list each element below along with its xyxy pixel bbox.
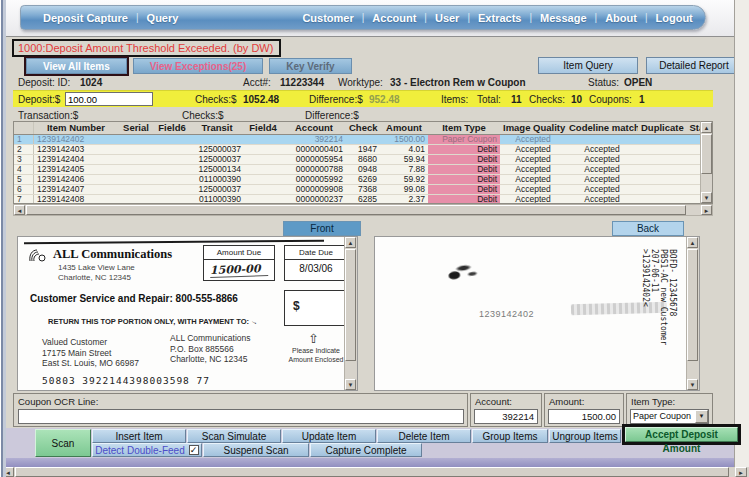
payer-line1: Valued Customer xyxy=(42,337,139,348)
table-row[interactable]: 71239142408011000390000000023762852.37De… xyxy=(14,195,700,204)
front-scroll-down-icon[interactable] xyxy=(345,379,356,390)
suspend-scan-button[interactable]: Suspend Scan xyxy=(203,443,309,457)
table-cell: 99.08 xyxy=(380,185,428,194)
window-scroll-right-icon[interactable] xyxy=(735,467,747,477)
front-scroll-thumb[interactable] xyxy=(345,249,356,361)
scan-simulate-button[interactable]: Scan Simulate xyxy=(187,429,281,443)
tab-back-image[interactable]: Back xyxy=(612,221,684,236)
menu-item-user[interactable]: User xyxy=(427,12,467,24)
table-vscrollbar xyxy=(700,121,713,204)
menu-group-left: Deposit Capture | Query xyxy=(35,12,186,24)
row-number-cell: 6 xyxy=(14,185,34,194)
menu-item-customer[interactable]: Customer xyxy=(294,12,361,24)
item-query-button[interactable]: Item Query xyxy=(538,57,638,74)
table-scroll-left-icon[interactable] xyxy=(14,205,25,215)
indicate-amount-arrow-icon xyxy=(308,331,319,346)
back-scroll-thumb[interactable] xyxy=(687,249,698,361)
amount-due-label: Amount Due xyxy=(204,246,274,260)
table-hscroll-thumb[interactable] xyxy=(26,205,686,215)
endorsement-text: BOFD- 12345678 PBS1-AC new Customer 207-… xyxy=(641,249,677,387)
table-cell xyxy=(244,135,282,144)
accept-deposit-amount-button[interactable]: Accept Deposit Amount xyxy=(625,427,738,442)
back-scroll-down-icon[interactable] xyxy=(687,379,698,390)
check-ocr-line: 50803 3922144398003598 77 xyxy=(42,375,210,386)
dropdown-arrow-icon[interactable] xyxy=(695,410,708,423)
endorsement-line4: >1239142402< xyxy=(641,249,650,387)
deposit-amount-input[interactable] xyxy=(65,92,153,106)
menu-item-about[interactable]: About xyxy=(597,12,645,24)
window-right-divider xyxy=(734,0,735,467)
scan-button[interactable]: Scan xyxy=(35,429,91,457)
table-row[interactable]: 312391424041250000370000005954868059.94D… xyxy=(14,155,700,165)
menu-item-message[interactable]: Message xyxy=(532,12,594,24)
menu-item-query[interactable]: Query xyxy=(139,12,187,24)
table-cell: Debit xyxy=(428,195,500,204)
transaction-row: Transaction:$ Checks:$ Difference:$ xyxy=(0,110,749,121)
account-label: Account: xyxy=(471,394,541,407)
capture-complete-button[interactable]: Capture Complete xyxy=(310,443,422,457)
tab-front-image[interactable]: Front xyxy=(283,221,361,236)
delete-item-button[interactable]: Delete Item xyxy=(377,429,471,443)
table-row[interactable]: 21239142403125000037000000040119474.01De… xyxy=(14,145,700,155)
check-company-name: ALL Communications xyxy=(53,247,172,262)
check-back-image: 1239142402 BOFD- 12345678 PBS1-AC new Cu… xyxy=(374,236,700,391)
insert-item-button[interactable]: Insert Item xyxy=(92,429,186,443)
worktype-value: 33 - Electron Rem w Coupon xyxy=(390,77,526,88)
table-row[interactable]: 112391424023922141500.00Paper CouponAcce… xyxy=(14,135,700,145)
table-scroll-down-icon[interactable] xyxy=(701,192,712,203)
table-cell xyxy=(244,145,282,154)
column-header: Item Type xyxy=(428,122,500,134)
menu-item-account[interactable]: Account xyxy=(364,12,424,24)
menu-item-extracts[interactable]: Extracts xyxy=(470,12,529,24)
table-cell: Accepted xyxy=(566,165,638,174)
table-cell xyxy=(638,135,684,144)
account-field[interactable]: 392214 xyxy=(474,409,538,424)
menu-item-logout[interactable]: Logout xyxy=(648,12,701,24)
coupon-ocr-input[interactable] xyxy=(18,409,464,424)
menu-item-deposit-capture[interactable]: Deposit Capture xyxy=(35,12,136,24)
table-row[interactable]: 41239142405125000134000000078809487.88De… xyxy=(14,165,700,175)
amount-field[interactable]: 1500.00 xyxy=(548,409,620,424)
status-strip xyxy=(0,458,749,467)
table-cell xyxy=(118,135,154,144)
check-company-address: 1435 Lake View Lane Charlotte, NC 12345 xyxy=(58,263,135,282)
table-vscroll-thumb[interactable] xyxy=(701,134,712,174)
toolbar-row-1: Insert Item Scan Simulate Update Item De… xyxy=(92,429,621,443)
table-cell xyxy=(154,135,190,144)
table-scroll-right-icon[interactable] xyxy=(701,205,712,215)
window-hscroll-thumb[interactable] xyxy=(15,467,729,477)
items-checks-label: Checks: xyxy=(529,94,565,105)
table-hscrollbar xyxy=(13,204,713,216)
row-number-cell: 2 xyxy=(14,145,34,154)
deposit-id-value: 1024 xyxy=(80,77,102,88)
toolbar-row-2: Detect Double-Feed Suspend Scan Capture … xyxy=(92,443,422,457)
table-cell: 1947 xyxy=(346,145,380,154)
table-cell xyxy=(118,155,154,164)
back-scroll-up-icon[interactable] xyxy=(687,237,698,248)
detailed-report-button[interactable]: Detailed Report xyxy=(646,57,742,74)
ungroup-items-button[interactable]: Ungroup Items xyxy=(549,429,621,443)
column-header: Field4 xyxy=(244,122,282,134)
table-cell: Debit xyxy=(428,185,500,194)
table-cell: Accepted xyxy=(566,175,638,184)
tab-view-exceptions[interactable]: View Exceptions(25) xyxy=(133,58,264,74)
detect-double-feed-toggle[interactable]: Detect Double-Feed xyxy=(92,443,202,457)
front-scroll-up-icon[interactable] xyxy=(345,237,356,248)
table-scroll-up-icon[interactable] xyxy=(701,122,712,133)
detect-double-feed-checkbox[interactable] xyxy=(189,445,199,455)
item-type-select[interactable]: Paper Coupon xyxy=(630,409,709,424)
items-label: Items: xyxy=(441,94,468,105)
group-items-button[interactable]: Group Items xyxy=(472,429,548,443)
table-header-row: Item NumberSerialField6TransitField4Acco… xyxy=(14,122,700,135)
update-item-button[interactable]: Update Item xyxy=(282,429,376,443)
status-label: Status: xyxy=(588,77,619,88)
table-row[interactable]: 512391424060110003900000005992626959.92D… xyxy=(14,175,700,185)
tab-view-all-items[interactable]: View All Items xyxy=(26,58,127,74)
table-row[interactable]: 612391424071250000370000009908736899.08D… xyxy=(14,185,700,195)
table-cell: 1239142403 xyxy=(34,145,118,154)
table-cell: 7.88 xyxy=(380,165,428,174)
tab-key-verify[interactable]: Key Verify xyxy=(269,58,351,74)
coupon-ocr-group: Coupon OCR Line: xyxy=(13,393,468,427)
return-portion-text: RETURN THIS TOP PORTION ONLY, WITH PAYME… xyxy=(48,317,249,326)
table-cell: Accepted xyxy=(500,175,566,184)
